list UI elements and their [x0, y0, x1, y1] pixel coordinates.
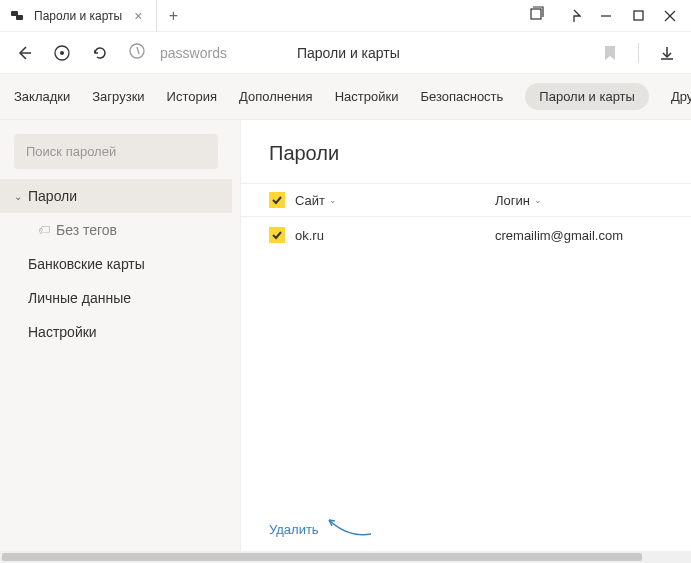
nav-addons[interactable]: Дополнения	[239, 83, 313, 110]
sidebar-item-personal-data[interactable]: Личные данные	[0, 281, 232, 315]
sidebar-item-label: Без тегов	[56, 222, 117, 238]
sidebar-item-bank-cards[interactable]: Банковские карты	[0, 247, 232, 281]
table-header: Сайт ⌄ Логин ⌄	[241, 183, 691, 217]
sidebar-item-passwords[interactable]: ⌄ Пароли	[0, 179, 232, 213]
toolbar-separator	[638, 43, 639, 63]
nav-history[interactable]: История	[167, 83, 217, 110]
address-bar[interactable]: passwords Пароли и карты	[128, 42, 582, 63]
column-site[interactable]: Сайт ⌄	[295, 193, 495, 208]
nav-other[interactable]: Други	[671, 83, 691, 110]
chevron-down-icon: ⌄	[534, 195, 542, 205]
sidebar-item-label: Банковские карты	[28, 256, 145, 272]
tab-favicon	[10, 8, 26, 24]
window-maximize-icon[interactable]	[631, 9, 645, 23]
annotation-arrow	[323, 510, 373, 543]
settings-nav: Закладки Загрузки История Дополнения Нас…	[0, 74, 691, 120]
chevron-down-icon: ⌄	[14, 191, 22, 202]
sidebar-item-settings[interactable]: Настройки	[0, 315, 232, 349]
browser-tab[interactable]: Пароли и карты ×	[0, 0, 157, 32]
bookmark-icon[interactable]	[600, 43, 620, 63]
nav-passwords-cards[interactable]: Пароли и карты	[525, 83, 649, 110]
sidebar: Поиск паролей ⌄ Пароли 🏷 Без тегов Банко…	[0, 120, 232, 551]
row-site: ok.ru	[295, 228, 324, 243]
tab-close-icon[interactable]: ×	[130, 8, 146, 24]
tag-icon: 🏷	[38, 223, 50, 237]
sidebar-item-label: Настройки	[28, 324, 97, 340]
svg-rect-4	[634, 11, 643, 20]
scrollbar-thumb[interactable]	[2, 553, 642, 561]
svg-rect-1	[16, 15, 23, 20]
nav-bookmarks[interactable]: Закладки	[14, 83, 70, 110]
search-input[interactable]: Поиск паролей	[14, 134, 218, 169]
nav-downloads[interactable]: Загрузки	[92, 83, 144, 110]
chevron-down-icon: ⌄	[329, 195, 337, 205]
site-icon	[128, 42, 146, 63]
select-all-checkbox[interactable]	[269, 192, 285, 208]
download-icon[interactable]	[657, 43, 677, 63]
page-heading: Пароли	[241, 120, 691, 183]
sidebar-item-no-tags[interactable]: 🏷 Без тегов	[0, 213, 232, 247]
new-tab-button[interactable]: +	[157, 7, 189, 25]
sidebar-item-label: Личные данные	[28, 290, 131, 306]
address-title: Пароли и карты	[297, 45, 400, 61]
column-login[interactable]: Логин ⌄	[495, 193, 663, 208]
tab-title: Пароли и карты	[34, 9, 122, 23]
nav-settings[interactable]: Настройки	[335, 83, 399, 110]
window-minimize-icon[interactable]	[599, 9, 613, 23]
collections-icon[interactable]	[529, 6, 545, 25]
column-label: Сайт	[295, 193, 325, 208]
window-pin-icon[interactable]	[567, 9, 581, 23]
table-row[interactable]: ok.ru cremailim@gmail.com	[241, 217, 691, 253]
svg-point-10	[130, 44, 144, 58]
svg-line-11	[137, 47, 139, 54]
column-label: Логин	[495, 193, 530, 208]
shield-icon[interactable]	[52, 43, 72, 63]
sidebar-item-label: Пароли	[28, 188, 77, 204]
address-path: passwords	[160, 45, 227, 61]
window-close-icon[interactable]	[663, 9, 677, 23]
back-button[interactable]	[14, 43, 34, 63]
delete-button[interactable]: Удалить	[269, 522, 319, 537]
row-checkbox[interactable]	[269, 227, 285, 243]
reload-button[interactable]	[90, 43, 110, 63]
nav-security[interactable]: Безопасность	[420, 83, 503, 110]
row-login: cremailim@gmail.com	[495, 228, 623, 243]
svg-rect-2	[531, 9, 541, 19]
svg-point-9	[60, 51, 64, 55]
horizontal-scrollbar[interactable]	[0, 551, 691, 563]
content-panel: Пароли Сайт ⌄ Логин ⌄ ok.ru cremailim@gm…	[240, 120, 691, 551]
